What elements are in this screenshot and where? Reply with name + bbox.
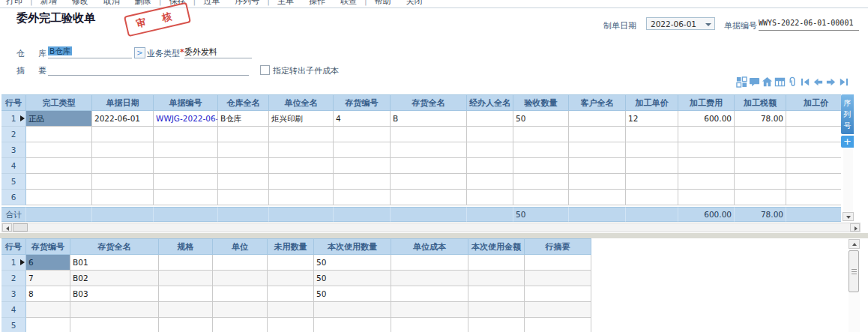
table-cell[interactable] [314,302,391,318]
row-number-cell[interactable]: 2 [1,127,26,142]
comment-icon[interactable] [749,76,760,88]
menu-item-7[interactable]: 过单 [203,0,220,7]
table-cell[interactable] [92,158,154,174]
table-cell[interactable] [213,286,268,302]
table-cell[interactable] [569,111,626,127]
table-cell[interactable] [334,127,391,142]
table-cell[interactable] [391,127,467,142]
column-header[interactable]: 存货编号 [26,238,70,255]
table-cell[interactable] [467,158,513,174]
row-number-cell[interactable]: 3 [1,286,26,302]
table-cell[interactable] [786,158,841,174]
scroll-left-button[interactable] [2,223,12,232]
table-cell[interactable] [626,190,678,205]
table-cell[interactable] [468,302,525,318]
table-cell[interactable] [159,318,213,332]
column-header[interactable]: 加工费用 [678,94,735,111]
last-record-icon[interactable] [838,76,849,88]
main-vertical-scrollbar-track[interactable] [843,149,853,211]
table-cell[interactable] [525,286,591,302]
table-cell[interactable] [334,142,391,158]
menu-item-10[interactable]: 操作 [309,0,325,7]
table-cell[interactable] [786,111,841,127]
table-cell[interactable] [569,190,626,205]
column-header[interactable]: 加工税额 [735,94,786,111]
table-cell[interactable]: 炬兴印刷 [269,111,334,127]
table-cell[interactable] [786,127,841,142]
table-cell[interactable] [391,271,468,286]
next-record-icon[interactable] [825,76,837,88]
table-cell[interactable]: B02 [70,271,159,286]
column-header[interactable]: 加工价 [786,94,841,111]
table-cell[interactable] [513,127,569,142]
column-header[interactable]: 单位成本 [391,238,468,255]
table-cell[interactable]: 2022-06-01 [92,111,154,127]
column-header[interactable]: 仓库全名 [218,94,269,111]
table-cell[interactable] [92,142,154,158]
column-header[interactable]: 本次使用金额 [468,238,525,255]
column-header[interactable]: 客户全名 [569,94,626,111]
column-header[interactable]: 加工单价 [626,94,678,111]
table-cell[interactable] [626,174,678,190]
table-cell[interactable]: 78.00 [735,111,786,127]
table-cell[interactable] [268,255,314,271]
table-cell[interactable] [154,174,218,190]
column-header[interactable]: 完工类型 [26,94,92,111]
table-cell[interactable] [735,174,786,190]
table-cell[interactable]: B仓库 [218,111,269,127]
table-cell[interactable] [467,111,513,127]
table-cell[interactable]: 50 [513,111,569,127]
table-cell[interactable] [159,255,213,271]
row-number-cell[interactable]: 2 [1,271,26,286]
row-number-cell[interactable]: 6 [1,190,26,205]
assign-cost-checkbox[interactable] [260,65,270,75]
table-cell[interactable] [334,190,391,205]
horizontal-scrollbar[interactable] [1,223,861,232]
table-calc-icon[interactable] [774,76,786,88]
table-cell[interactable] [678,142,735,158]
row-number-cell[interactable]: 3 [1,142,26,158]
column-header[interactable]: 经办人全名 [467,94,513,111]
table-cell[interactable] [26,174,92,190]
table-cell[interactable] [159,271,213,286]
column-header[interactable]: 单位 [213,238,268,255]
table-cell[interactable] [92,127,154,142]
table-cell[interactable] [159,302,213,318]
table-cell[interactable] [786,142,841,158]
table-cell[interactable] [678,190,735,205]
menu-item-9[interactable]: 主单 [277,0,294,7]
table-cell[interactable]: 7 [26,271,70,286]
table-cell[interactable] [154,190,218,205]
table-cell[interactable] [218,174,269,190]
column-header[interactable]: 本次使用数量 [314,238,391,255]
table-cell[interactable] [513,190,569,205]
table-cell[interactable] [26,142,92,158]
menu-item-1[interactable]: 打印 [6,0,22,7]
table-cell[interactable] [626,142,678,158]
table-cell[interactable] [468,318,525,332]
first-record-icon[interactable] [800,76,811,88]
table-cell[interactable] [569,142,626,158]
table-cell[interactable]: WWJG-2022-06-01-00001 [154,111,218,127]
table-cell[interactable] [467,142,513,158]
column-header[interactable]: 行号 [1,94,26,111]
table-cell[interactable] [218,142,269,158]
column-header[interactable]: 未用数量 [268,238,314,255]
table-cell[interactable] [70,318,159,332]
table-cell[interactable] [159,286,213,302]
column-header[interactable]: 存货全名 [391,94,467,111]
table-cell[interactable] [678,174,735,190]
menu-item-8[interactable]: 序列号 [235,0,259,7]
table-cell[interactable] [26,190,92,205]
table-cell[interactable]: 8 [26,286,70,302]
table-cell[interactable] [268,302,314,318]
table-cell[interactable] [213,255,268,271]
table-cell[interactable] [26,302,70,318]
table-cell[interactable] [468,286,525,302]
scroll-right-button[interactable] [850,223,860,232]
menu-item-13[interactable]: 关闭 [406,0,423,7]
table-cell[interactable] [218,127,269,142]
table-cell[interactable] [391,255,468,271]
menu-item-5[interactable]: 删除 [135,0,151,7]
main-scroll-down-button[interactable] [843,212,854,221]
